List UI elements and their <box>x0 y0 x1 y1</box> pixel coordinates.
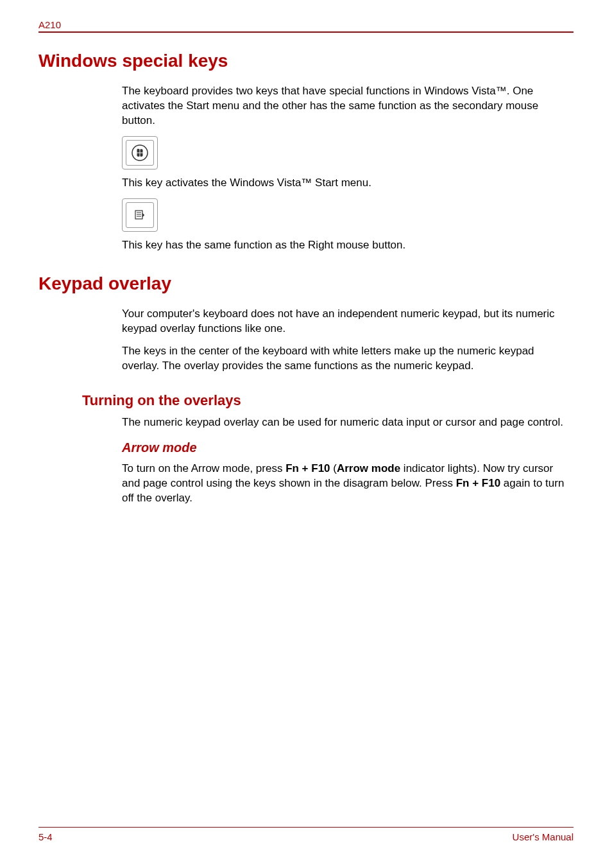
text-span: To turn on the Arrow mode, press <box>122 462 285 474</box>
bold-arrow-mode: Arrow mode <box>337 462 400 474</box>
page-footer: 5-4 User's Manual <box>38 827 574 842</box>
paragraph-app-key-desc: This key has the same function as the Ri… <box>122 238 574 253</box>
paragraph-ko-1: Your computer's keyboard does not have a… <box>122 307 574 336</box>
bold-fn-f10-1: Fn + F10 <box>285 462 330 474</box>
footer-manual-label: User's Manual <box>513 831 574 842</box>
heading-windows-special-keys: Windows special keys <box>38 51 574 71</box>
heading-arrow-mode: Arrow mode <box>122 440 574 455</box>
paragraph-too-1: The numeric keypad overlay can be used f… <box>122 415 574 430</box>
app-key-icon <box>122 198 574 232</box>
heading-keypad-overlay: Keypad overlay <box>38 273 574 294</box>
bold-fn-f10-2: Fn + F10 <box>456 477 500 489</box>
heading-turning-on-overlays: Turning on the overlays <box>82 392 574 409</box>
footer-divider <box>38 827 574 828</box>
header-divider <box>38 31 574 33</box>
paragraph-windows-key-desc: This key activates the Windows Vista™ St… <box>122 176 574 191</box>
svg-point-0 <box>132 145 148 161</box>
paragraph-arrow-mode: To turn on the Arrow mode, press Fn + F1… <box>122 462 574 506</box>
text-span: ( <box>330 462 337 474</box>
windows-key-icon <box>122 136 574 169</box>
paragraph-ko-2: The keys in the center of the keyboard w… <box>122 344 574 374</box>
header-product-label: A210 <box>38 19 574 30</box>
paragraph-wsk-intro: The keyboard provides two keys that have… <box>122 84 574 128</box>
page-number: 5-4 <box>38 831 53 842</box>
